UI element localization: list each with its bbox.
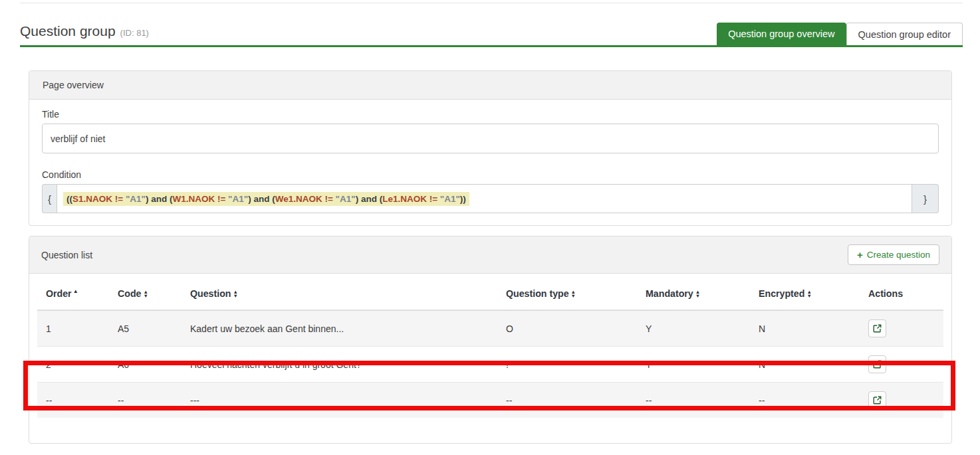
sort-icon: ▲▼ (695, 290, 700, 298)
condition-token: )) (460, 194, 466, 204)
column-label: Question type (506, 288, 569, 299)
sort-down-icon: ▼ (806, 294, 811, 298)
condition-token: ) and ( (356, 194, 383, 204)
table-header-row: Order▲ Code▲▼ Question▲▼ Question type▲▼… (37, 274, 943, 310)
open-question-button[interactable] (868, 391, 886, 409)
column-label: Encrypted (759, 288, 804, 299)
cell-actions (860, 310, 943, 347)
table-row[interactable]: -- -- --- -- -- -- (37, 383, 943, 418)
page-id-label: (ID: 81) (120, 28, 149, 38)
question-table: Order▲ Code▲▼ Question▲▼ Question type▲▼… (37, 274, 943, 418)
cell-order: 2 (37, 347, 109, 383)
sort-icon: ▲▼ (233, 290, 237, 298)
sort-ascending-icon: ▲ (73, 288, 78, 294)
sort-icon: ▲▼ (806, 290, 811, 298)
cell-encrypted: N (750, 310, 860, 347)
cell-question: --- (182, 383, 497, 418)
condition-token: We1.NAOK (275, 194, 322, 204)
condition-input[interactable]: ((S1.NAOK != "A1") and (W1.NAOK != "A1")… (57, 184, 912, 213)
condition-expression: ((S1.NAOK != "A1") and (W1.NAOK != "A1")… (63, 192, 469, 206)
column-header-actions: Actions (860, 274, 943, 310)
column-label: Code (118, 288, 141, 299)
cell-order: -- (37, 383, 109, 418)
cell-mandatory: Y (637, 310, 750, 347)
condition-token: (( (66, 194, 72, 204)
page-header: Question group (ID: 81) Question group o… (20, 0, 963, 47)
cell-question-type: -- (497, 383, 637, 418)
column-label: Question (190, 288, 231, 299)
condition-token: "A1" (228, 194, 248, 204)
cell-mandatory: -- (637, 383, 750, 418)
cell-question: Hoeveel nachten verblijft u in groot Gen… (182, 347, 497, 383)
create-question-button[interactable]: + Create question (848, 244, 939, 265)
open-question-button[interactable] (868, 319, 886, 337)
question-list-panel: Question list + Create question Order▲ C… (29, 236, 952, 444)
create-question-label: Create question (867, 250, 930, 260)
sort-down-icon: ▼ (571, 294, 576, 298)
question-list-panel-header: Question list + Create question (29, 236, 951, 274)
page-overview-body: Title Condition { ((S1.NAOK != "A1") and… (29, 100, 951, 225)
column-label: Mandatory (646, 288, 693, 299)
cell-encrypted: -- (750, 383, 860, 418)
cell-question-type: O (497, 310, 637, 347)
condition-token: != (215, 194, 228, 204)
top-divider (20, 3, 963, 3)
close-brace-addon: } (912, 184, 939, 213)
condition-input-group: { ((S1.NAOK != "A1") and (W1.NAOK != "A1… (42, 184, 939, 213)
cell-question-type: ! (497, 347, 637, 383)
question-list-title: Question list (41, 250, 92, 260)
cell-question: Kadert uw bezoek aan Gent binnen... (182, 310, 497, 347)
condition-token: != (322, 194, 336, 204)
tab-question-group-editor[interactable]: Question group editor (846, 23, 963, 45)
table-row[interactable]: 2 A6 Hoeveel nachten verblijft u in groo… (37, 347, 943, 383)
condition-token: ) and ( (248, 194, 275, 204)
tab-question-group-overview[interactable]: Question group overview (717, 23, 846, 45)
condition-token: Le1.NAOK (382, 194, 427, 204)
external-link-icon (873, 360, 882, 369)
cell-mandatory: Y (637, 347, 750, 383)
sort-icon: ▲▼ (571, 290, 576, 298)
cell-code: A5 (109, 310, 182, 347)
sort-down-icon: ▼ (233, 294, 237, 298)
condition-token: != (427, 194, 440, 204)
sort-down-icon: ▼ (695, 294, 700, 298)
cell-order: 1 (37, 310, 109, 347)
column-header-question-type[interactable]: Question type▲▼ (497, 274, 637, 310)
cell-code: A6 (109, 347, 182, 383)
page-title-wrap: Question group (ID: 81) (20, 23, 149, 45)
cell-code: -- (109, 383, 182, 418)
page-overview-panel: Page overview Title Condition { ((S1.NAO… (29, 70, 952, 226)
page-title: Question group (20, 23, 116, 39)
cell-actions (860, 347, 943, 383)
external-link-icon (873, 324, 882, 333)
sort-icon: ▲▼ (143, 290, 148, 298)
table-row[interactable]: 1 A5 Kadert uw bezoek aan Gent binnen...… (37, 310, 943, 347)
sort-down-icon: ▼ (143, 294, 148, 298)
open-question-button[interactable] (868, 355, 886, 373)
group-title-input[interactable] (42, 124, 939, 153)
condition-token: "A1" (126, 194, 146, 204)
cell-encrypted: N (750, 347, 860, 383)
condition-field-label: Condition (42, 169, 939, 180)
condition-token: W1.NAOK (172, 194, 215, 204)
column-label: Order (46, 288, 72, 299)
column-header-encrypted[interactable]: Encrypted▲▼ (750, 274, 860, 310)
plus-icon: + (857, 250, 863, 260)
column-header-mandatory[interactable]: Mandatory▲▼ (637, 274, 750, 310)
cell-actions (860, 383, 943, 418)
column-header-question[interactable]: Question▲▼ (182, 274, 497, 310)
view-tabs: Question group overview Question group e… (717, 23, 963, 45)
question-table-wrap: Order▲ Code▲▼ Question▲▼ Question type▲▼… (29, 274, 951, 443)
condition-token: "A1" (440, 194, 460, 204)
condition-token: != (112, 194, 126, 204)
condition-token: ) and ( (146, 194, 173, 204)
column-header-order[interactable]: Order▲ (37, 274, 109, 310)
title-field-label: Title (42, 109, 939, 120)
condition-token: "A1" (336, 194, 356, 204)
column-header-code[interactable]: Code▲▼ (109, 274, 182, 310)
open-brace-addon: { (42, 184, 57, 213)
condition-token: S1.NAOK (72, 194, 112, 204)
column-label: Actions (868, 288, 903, 299)
page-overview-panel-header: Page overview (29, 71, 951, 100)
external-link-icon (873, 396, 882, 405)
